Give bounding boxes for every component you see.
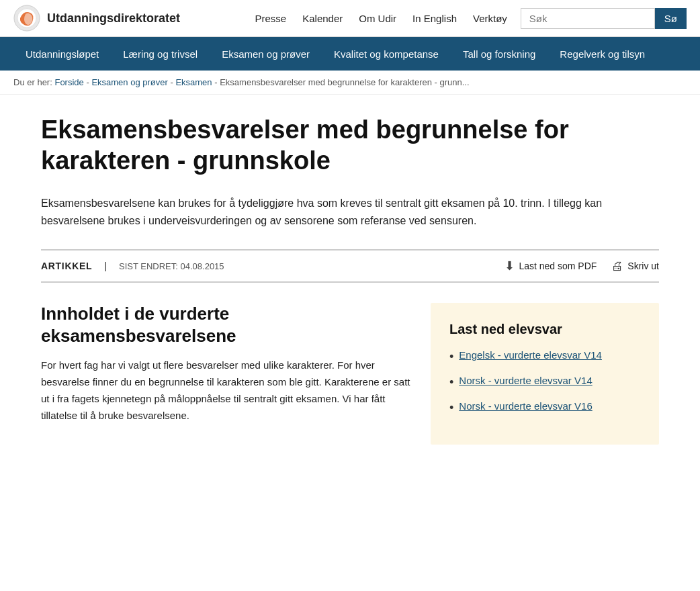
top-nav: Presse Kalender Om Udir In English Verkt…	[255, 13, 507, 24]
nav-presse[interactable]: Presse	[255, 13, 287, 24]
nav-regelverk[interactable]: Regelverk og tilsyn	[548, 37, 657, 71]
nav-verktoy[interactable]: Verktøy	[473, 13, 507, 24]
secondary-nav: Utdanningsløpet Læring og trivsel Eksame…	[0, 37, 700, 71]
search-input[interactable]	[521, 8, 655, 29]
section-title: Innholdet i de vurderte eksamensbesvarel…	[41, 303, 410, 347]
search-area: Sø	[521, 8, 687, 29]
download-icon: ⬇	[505, 259, 515, 273]
article-meta-right: ⬇ Last ned som PDF 🖨 Skriv ut	[505, 259, 659, 273]
list-item: Norsk - vurderte elevsvar V14	[449, 375, 640, 390]
page-title: Eksamensbesvarelser med begrunnelse for …	[41, 115, 659, 176]
sidebar-link-norsk-v14[interactable]: Norsk - vurderte elevsvar V14	[459, 375, 592, 386]
nav-in-english[interactable]: In English	[412, 13, 457, 24]
intro-text: Eksamensbesvarelsene kan brukes for å ty…	[41, 195, 659, 229]
article-type: ARTIKKEL	[41, 261, 92, 271]
nav-tall[interactable]: Tall og forskning	[451, 37, 548, 71]
sidebar-link-engelsk-v14[interactable]: Engelsk - vurderte elevsvar V14	[459, 349, 602, 361]
article-date: SIST ENDRET: 04.08.2015	[119, 261, 224, 271]
meta-separator: |	[104, 261, 107, 271]
top-header: Utdanningsdirektoratet Presse Kalender O…	[0, 0, 700, 37]
right-sidebar: Last ned elevsvar Engelsk - vurderte ele…	[431, 303, 659, 445]
list-item: Norsk - vurderte elevsvar V16	[449, 400, 640, 415]
section-body: For hvert fag har vi valgt ut flere besv…	[41, 357, 410, 424]
sidebar-title: Last ned elevsvar	[449, 322, 640, 337]
breadcrumb-forside[interactable]: Forside	[54, 77, 83, 87]
search-button[interactable]: Sø	[655, 8, 687, 29]
sidebar-link-norsk-v16[interactable]: Norsk - vurderte elevsvar V16	[459, 400, 592, 412]
nav-utdanningslop[interactable]: Utdanningsløpet	[13, 37, 111, 71]
main-content: Eksamensbesvarelser med begrunnelse for …	[28, 115, 672, 445]
print-icon: 🖨	[611, 259, 623, 273]
article-meta: ARTIKKEL | SIST ENDRET: 04.08.2015 ⬇ Las…	[41, 249, 659, 283]
nav-eksamen[interactable]: Eksamen og prøver	[210, 37, 322, 71]
breadcrumb-prefix: Du er her:	[13, 77, 52, 87]
breadcrumb-eksamen-prover[interactable]: Eksamen og prøver	[91, 77, 167, 87]
breadcrumb-eksamen[interactable]: Eksamen	[175, 77, 212, 87]
print-button[interactable]: 🖨 Skriv ut	[611, 259, 659, 273]
article-meta-left: ARTIKKEL | SIST ENDRET: 04.08.2015	[41, 261, 224, 271]
download-pdf-label: Last ned som PDF	[519, 261, 597, 271]
two-col: Innholdet i de vurderte eksamensbesvarel…	[41, 303, 659, 445]
breadcrumb: Du er her: Forside - Eksamen og prøver -…	[0, 71, 700, 95]
nav-kvalitet[interactable]: Kvalitet og kompetanse	[322, 37, 451, 71]
list-item: Engelsk - vurderte elevsvar V14	[449, 349, 640, 364]
download-pdf-button[interactable]: ⬇ Last ned som PDF	[505, 259, 597, 273]
logo-area: Utdanningsdirektoratet	[13, 5, 180, 32]
nav-om-udir[interactable]: Om Udir	[359, 13, 396, 24]
breadcrumb-current: Eksamensbesvarelser med begrunnelse for …	[220, 77, 469, 87]
logo-text: Utdanningsdirektoratet	[47, 11, 180, 26]
logo-icon	[13, 5, 40, 32]
print-label: Skriv ut	[627, 261, 659, 271]
nav-kalender[interactable]: Kalender	[302, 13, 343, 24]
nav-laering[interactable]: Læring og trivsel	[111, 37, 210, 71]
left-col: Innholdet i de vurderte eksamensbesvarel…	[41, 303, 410, 424]
sidebar-links-list: Engelsk - vurderte elevsvar V14 Norsk - …	[449, 349, 640, 415]
